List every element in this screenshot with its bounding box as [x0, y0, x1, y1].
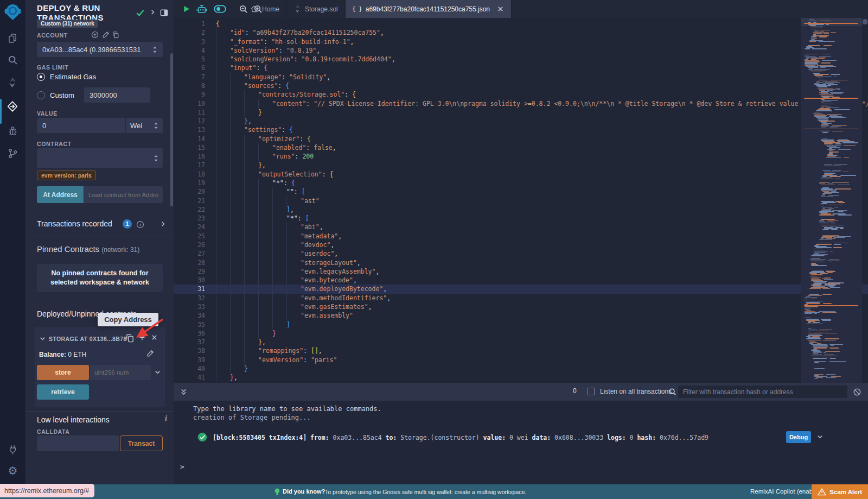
- code-line[interactable]: 4"solcVersion": "0.8.19",: [174, 46, 868, 55]
- close-tab-icon[interactable]: [497, 5, 504, 12]
- line-number[interactable]: 28: [174, 258, 205, 267]
- line-number[interactable]: 32: [174, 294, 205, 302]
- value-input[interactable]: [37, 118, 125, 133]
- code-line[interactable]: 19"*": {: [174, 179, 868, 187]
- rail-item-file-explorer[interactable]: [0, 33, 25, 44]
- code-line[interactable]: 6"input": {: [174, 64, 868, 72]
- code-line[interactable]: 23"*": [: [174, 214, 868, 223]
- code-line[interactable]: 14"optimizer": {: [174, 135, 868, 143]
- contract-instance-label[interactable]: STORAGE AT 0X136...8B78: [49, 336, 127, 342]
- line-number[interactable]: 12: [174, 117, 205, 125]
- code-line[interactable]: 2"id": "a69b43f277ba20fcac141151250ca755…: [174, 28, 868, 37]
- line-number[interactable]: 29: [174, 267, 205, 276]
- transact-button[interactable]: Transact: [120, 435, 163, 451]
- create-account-icon[interactable]: [91, 31, 99, 39]
- debug-button[interactable]: Debug: [786, 431, 811, 443]
- tab-Storage.sol[interactable]: Storage.sol: [287, 0, 346, 18]
- editor-scrollbar[interactable]: [862, 18, 868, 383]
- value-unit-select[interactable]: Wei: [125, 118, 163, 133]
- line-number[interactable]: 22: [174, 205, 205, 214]
- clear-console-icon[interactable]: [853, 388, 861, 396]
- custom-gas-input[interactable]: [84, 87, 150, 103]
- rail-item-settings[interactable]: ⚙: [0, 465, 25, 477]
- chevron-right-icon[interactable]: [159, 220, 167, 228]
- code-line[interactable]: 35]: [174, 320, 868, 329]
- sign-message-icon[interactable]: [102, 31, 110, 39]
- line-number[interactable]: 38: [174, 346, 205, 355]
- line-number[interactable]: 16: [174, 152, 205, 161]
- terminal-output[interactable]: Type the library name to see available c…: [174, 401, 868, 484]
- expand-tx-chevron-icon[interactable]: [816, 433, 824, 440]
- copy-account-icon[interactable]: [112, 31, 119, 39]
- line-number[interactable]: 24: [174, 223, 205, 231]
- code-line[interactable]: 9"contracts/Storage.sol": {: [174, 90, 868, 99]
- line-number[interactable]: 21: [174, 197, 205, 205]
- calldata-input[interactable]: [37, 435, 119, 451]
- stepper-icon[interactable]: [154, 121, 158, 130]
- code-line[interactable]: 3"_format": "hh-sol-build-info-1",: [174, 37, 868, 46]
- code-line[interactable]: 13"settings": {: [174, 125, 868, 134]
- scrollbar-thumb[interactable]: [863, 19, 867, 24]
- code-line[interactable]: 7"language": "Solidity",: [174, 73, 868, 81]
- line-number[interactable]: 35: [174, 320, 205, 329]
- estimated-gas-radio[interactable]: [37, 73, 45, 81]
- line-number[interactable]: 18: [174, 170, 205, 179]
- code-line[interactable]: 28"storageLayout",: [174, 258, 868, 267]
- custom-gas-radio[interactable]: [37, 91, 45, 99]
- code-line[interactable]: 22],: [174, 205, 868, 214]
- store-button[interactable]: store: [37, 365, 89, 380]
- stepper-icon[interactable]: [152, 45, 157, 54]
- stepper-icon[interactable]: [154, 154, 158, 163]
- line-number[interactable]: 8: [174, 81, 205, 90]
- run-script-icon[interactable]: [182, 5, 190, 13]
- code-line[interactable]: 20"": [: [174, 187, 868, 196]
- code-line[interactable]: 1{: [174, 20, 868, 28]
- edit-balance-icon[interactable]: [146, 350, 154, 357]
- info-icon[interactable]: i: [165, 414, 167, 423]
- code-line[interactable]: 33"evm.gasEstimates",: [174, 302, 868, 311]
- estimated-gas-label[interactable]: Estimated Gas: [50, 73, 96, 81]
- collapse-terminal-icon[interactable]: [180, 388, 187, 396]
- code-line[interactable]: 34"evm.assembly": [174, 311, 868, 320]
- account-select[interactable]: 0xA03...85ac4 (0.39866531531: [37, 42, 163, 57]
- line-number[interactable]: 14: [174, 135, 205, 143]
- line-number[interactable]: 33: [174, 302, 205, 311]
- line-number[interactable]: 10: [174, 99, 205, 108]
- line-number[interactable]: 40: [174, 364, 205, 373]
- line-number[interactable]: 36: [174, 329, 205, 338]
- rail-item-git[interactable]: [0, 148, 25, 159]
- transaction-log[interactable]: [block:5583405 txIndex:4] from: 0xa03...…: [213, 434, 776, 441]
- rail-item-search[interactable]: [0, 54, 25, 66]
- code-line[interactable]: 25"metadata",: [174, 232, 868, 241]
- line-number[interactable]: 6: [174, 64, 205, 72]
- listen-all-label[interactable]: Listen on all transactions: [600, 388, 672, 395]
- code-line[interactable]: 30"evm.bytecode",: [174, 276, 868, 285]
- line-number[interactable]: 17: [174, 161, 205, 169]
- line-number[interactable]: 2: [174, 28, 205, 37]
- code-line[interactable]: 8"sources": {: [174, 81, 868, 90]
- tx-success-check-icon[interactable]: [197, 432, 207, 442]
- listen-all-checkbox[interactable]: [587, 388, 595, 395]
- line-number[interactable]: 5: [174, 55, 205, 64]
- code-line[interactable]: 17},: [174, 161, 868, 169]
- code-editor[interactable]: 1{2"id": "a69b43f277ba20fcac141151250ca7…: [174, 18, 868, 383]
- code-line[interactable]: 31"evm.deployedBytecode",: [174, 285, 868, 293]
- line-number[interactable]: 26: [174, 241, 205, 249]
- code-line[interactable]: 27"userdoc",: [174, 249, 868, 258]
- code-line[interactable]: 37},: [174, 338, 868, 346]
- code-line[interactable]: 41},: [174, 373, 868, 382]
- code-line[interactable]: 10"content": "// SPDX-License-Identifier…: [174, 99, 868, 108]
- line-number[interactable]: 15: [174, 143, 205, 152]
- pin-panel-icon[interactable]: [159, 8, 169, 17]
- code-line[interactable]: 21"ast": [174, 197, 868, 205]
- rail-item-debugger[interactable]: [0, 125, 25, 136]
- line-number[interactable]: 4: [174, 46, 205, 55]
- ai-copilot-robot-icon[interactable]: [196, 4, 208, 15]
- load-contract-input[interactable]: [84, 186, 163, 203]
- minimap[interactable]: [801, 18, 862, 383]
- code-line[interactable]: 40}: [174, 364, 868, 373]
- at-address-button[interactable]: At Address: [37, 186, 84, 203]
- code-line[interactable]: 12},: [174, 117, 868, 125]
- code-line[interactable]: 32"evm.methodIdentifiers",: [174, 294, 868, 302]
- tab-a69b43f277ba20fcac141151250ca755.json[interactable]: { }a69b43f277ba20fcac141151250ca755.json: [346, 0, 512, 18]
